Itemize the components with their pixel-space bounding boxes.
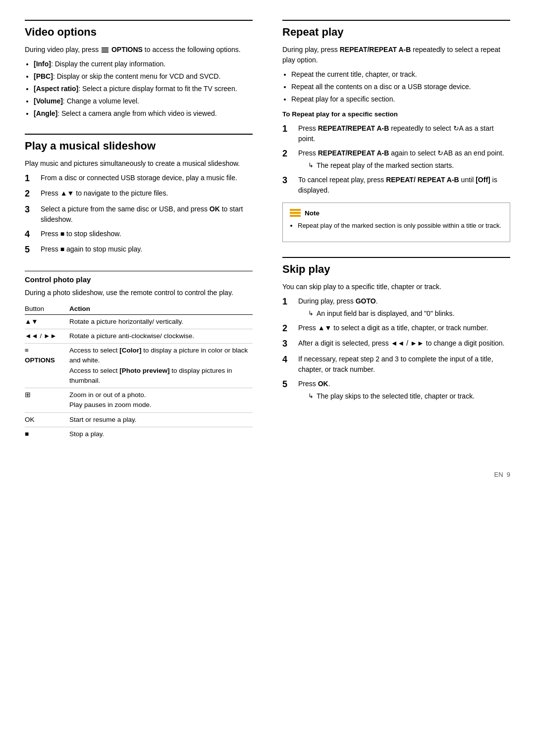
list-item: [Aspect ratio]: Select a picture display… bbox=[34, 84, 253, 94]
list-item: 4 If necessary, repeat step 2 and 3 to c… bbox=[282, 354, 510, 375]
list-item: 3 To cancel repeat play, press REPEAT/ R… bbox=[282, 175, 510, 196]
left-column: Video options During video play, press O… bbox=[25, 20, 258, 456]
arrow-item: ↳ The repeat play of the marked section … bbox=[308, 160, 510, 171]
table-row: OK Start or resume a play. bbox=[25, 412, 253, 427]
table-row: ≡OPTIONS Access to select [Color] to dis… bbox=[25, 344, 253, 388]
skip-play-intro: You can skip play to a specific title, c… bbox=[282, 282, 510, 292]
control-photo-table: Button Action ▲▼ Rotate a picture horizo… bbox=[25, 303, 253, 442]
note-icon bbox=[290, 209, 301, 217]
list-item: [Volume]: Change a volume level. bbox=[34, 96, 253, 106]
control-photo-intro: During a photo slideshow, use the remote… bbox=[25, 288, 253, 298]
list-item: 1 Press REPEAT/REPEAT A-B repeatedly to … bbox=[282, 123, 510, 144]
list-item: 5 Press OK. ↳ The play skips to the sele… bbox=[282, 379, 510, 402]
skip-play-section: Skip play You can skip play to a specifi… bbox=[282, 257, 510, 402]
note-box: Note Repeat play of the marked section i… bbox=[282, 202, 510, 242]
table-header-button: Button bbox=[25, 303, 69, 315]
table-row: ■ Stop a play. bbox=[25, 427, 253, 441]
list-item: 5 Press ■ again to stop music play. bbox=[25, 244, 253, 255]
list-item: 1 From a disc or connected USB storage d… bbox=[25, 173, 253, 184]
list-item: 2 Press ▲▼ to navigate to the picture fi… bbox=[25, 188, 253, 200]
note-list: Repeat play of the marked section is onl… bbox=[298, 221, 503, 231]
list-item: Repeat all the contents on a disc or a U… bbox=[291, 82, 510, 92]
page-footer: EN 9 bbox=[25, 471, 510, 478]
slideshow-title: Play a musical slideshow bbox=[25, 134, 253, 152]
list-item: 2 Press REPEAT/REPEAT A-B again to selec… bbox=[282, 148, 510, 171]
repeat-play-list: Repeat the current title, chapter, or tr… bbox=[291, 69, 510, 104]
list-item: [Angle]: Select a camera angle from whic… bbox=[34, 108, 253, 119]
right-column: Repeat play During play, press REPEAT/RE… bbox=[277, 20, 510, 456]
table-row: ▲▼ Rotate a picture horizontally/ vertic… bbox=[25, 314, 253, 329]
list-item: 2 Press ▲▼ to select a digit as a title,… bbox=[282, 323, 510, 334]
list-item: 4 Press ■ to stop slideshow. bbox=[25, 229, 253, 240]
arrow-item: ↳ An input field bar is displayed, and "… bbox=[308, 308, 510, 319]
repeat-play-title: Repeat play bbox=[282, 20, 510, 39]
table-row: ◄◄ / ►► Rotate a picture anti-clockwise/… bbox=[25, 329, 253, 343]
list-item: 3 After a digit is selected, press ◄◄ / … bbox=[282, 338, 510, 350]
options-label: OPTIONS bbox=[111, 46, 143, 53]
footer-lang: EN bbox=[494, 471, 503, 478]
options-icon-inline bbox=[102, 48, 108, 52]
note-label: Note bbox=[305, 209, 320, 217]
list-item: [Info]: Display the current play informa… bbox=[34, 59, 253, 69]
slideshow-intro: Play music and pictures simultaneously t… bbox=[25, 158, 253, 169]
repeat-steps: 1 Press REPEAT/REPEAT A-B repeatedly to … bbox=[282, 123, 510, 196]
slideshow-steps: 1 From a disc or connected USB storage d… bbox=[25, 173, 253, 256]
list-item: 1 During play, press GOTO. ↳ An input fi… bbox=[282, 296, 510, 319]
list-item: 3 Select a picture from the same disc or… bbox=[25, 204, 253, 225]
control-photo-section: Control photo play During a photo slides… bbox=[25, 271, 253, 442]
table-row: ⊞ Zoom in or out of a photo.Play pauses … bbox=[25, 388, 253, 413]
video-options-intro: During video play, press OPTIONS to acce… bbox=[25, 45, 253, 55]
list-item: Repeat play for a specific section. bbox=[291, 94, 510, 104]
skip-play-title: Skip play bbox=[282, 257, 510, 276]
footer-page: 9 bbox=[507, 471, 510, 478]
video-options-list: [Info]: Display the current play informa… bbox=[34, 59, 253, 119]
skip-play-steps: 1 During play, press GOTO. ↳ An input fi… bbox=[282, 296, 510, 402]
slideshow-section: Play a musical slideshow Play music and … bbox=[25, 134, 253, 256]
table-header-action: Action bbox=[69, 303, 253, 315]
arrow-item: ↳ The play skips to the selected title, … bbox=[308, 391, 510, 402]
list-item: Repeat play of the marked section is onl… bbox=[298, 221, 503, 231]
repeat-play-section: Repeat play During play, press REPEAT/RE… bbox=[282, 20, 510, 242]
repeat-subsection-title: To Repeat play for a specific section bbox=[282, 109, 510, 119]
note-header: Note bbox=[290, 209, 503, 217]
control-photo-title: Control photo play bbox=[25, 271, 253, 284]
list-item: Repeat the current title, chapter, or tr… bbox=[291, 69, 510, 80]
video-options-section: Video options During video play, press O… bbox=[25, 20, 253, 119]
repeat-play-intro: During play, press REPEAT/REPEAT A-B rep… bbox=[282, 45, 510, 65]
video-options-title: Video options bbox=[25, 20, 253, 39]
list-item: [PBC]: Display or skip the content menu … bbox=[34, 71, 253, 82]
